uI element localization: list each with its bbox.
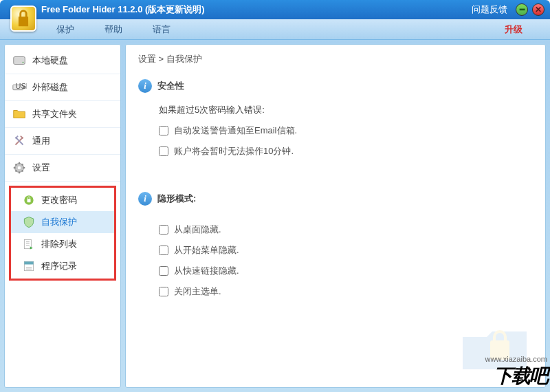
- main-area: 本地硬盘 USB 外部磁盘 共享文件夹 通用 设置: [0, 40, 550, 392]
- watermark-logo: 下载吧: [485, 363, 547, 389]
- checkbox-hide-desktop[interactable]: 从桌面隐藏.: [159, 224, 533, 236]
- minimize-button[interactable]: ━: [516, 3, 528, 16]
- checkbox-label: 关闭主选单.: [174, 285, 221, 298]
- upgrade-link[interactable]: 升级: [505, 23, 522, 36]
- shield-icon: [22, 215, 36, 229]
- sidebar-item-local-disk[interactable]: 本地硬盘: [5, 47, 120, 74]
- sub-item-label: 自我保护: [41, 216, 77, 228]
- checkbox-label: 自动发送警告通知至Email信箱.: [174, 124, 297, 137]
- sub-item-label: 更改密码: [41, 194, 77, 206]
- breadcrumb: 设置 > 自我保护: [138, 53, 533, 65]
- sidebar-item-label: 本地硬盘: [32, 54, 68, 67]
- content-panel: 设置 > 自我保护 i 安全性 如果超过5次密码输入错误: 自动发送警告通知至E…: [125, 44, 546, 388]
- watermark: www.xiazaiba.com 下载吧: [485, 355, 547, 389]
- checkbox-hide-startmenu[interactable]: 从开始菜单隐藏.: [159, 244, 533, 257]
- svg-point-1: [23, 62, 24, 63]
- list-arrow-icon: [22, 237, 36, 251]
- sidebar-item-external-disk[interactable]: USB 外部磁盘: [5, 74, 120, 101]
- watermark-url: www.xiazaiba.com: [485, 355, 547, 363]
- menu-help[interactable]: 帮助: [91, 21, 136, 39]
- titlebar: Free Folder Hider 11.2.0 (版本更新说明) 问题反馈 ━…: [0, 0, 550, 19]
- app-lock-icon: [10, 6, 36, 32]
- sidebar-item-shared-folder[interactable]: 共享文件夹: [5, 101, 120, 128]
- lock-key-icon: [22, 193, 36, 207]
- usb-disk-icon: USB: [12, 80, 27, 95]
- sidebar-item-settings[interactable]: 设置: [5, 155, 120, 182]
- sub-item-label: 排除列表: [41, 238, 77, 250]
- hard-disk-icon: [12, 53, 27, 68]
- window-title: Free Folder Hider 11.2.0 (版本更新说明): [41, 3, 205, 16]
- folder-share-icon: [12, 107, 27, 122]
- menu-language[interactable]: 语言: [139, 21, 184, 39]
- svg-point-6: [18, 166, 21, 170]
- sidebar-item-label: 共享文件夹: [32, 108, 77, 120]
- sidebar-item-label: 外部磁盘: [32, 81, 68, 94]
- info-icon: i: [138, 192, 152, 206]
- stealth-section-header: i 隐形模式:: [138, 192, 533, 206]
- checkbox-input[interactable]: [159, 146, 168, 156]
- security-desc: 如果超过5次密码输入错误:: [159, 104, 533, 116]
- close-button[interactable]: ✕: [532, 3, 544, 16]
- sub-item-self-protect[interactable]: 自我保护: [11, 211, 114, 233]
- sidebar: 本地硬盘 USB 外部磁盘 共享文件夹 通用 设置: [4, 44, 121, 388]
- log-icon: [22, 259, 36, 273]
- checkbox-label: 从开始菜单隐藏.: [174, 244, 239, 257]
- checkbox-lock-account[interactable]: 账户将会暂时无法操作10分钟.: [159, 145, 533, 157]
- info-icon: i: [138, 79, 152, 93]
- svg-rect-11: [24, 261, 33, 264]
- checkbox-label: 账户将会暂时无法操作10分钟.: [174, 145, 294, 157]
- checkbox-label: 从桌面隐藏.: [174, 224, 221, 236]
- gear-icon: [12, 160, 27, 175]
- checkbox-input[interactable]: [159, 287, 168, 296]
- settings-subsection-highlight: 更改密码 自我保护 排除列表 程序记录: [9, 186, 116, 281]
- sub-item-change-password[interactable]: 更改密码: [11, 189, 114, 211]
- checkbox-label: 从快速链接隐藏.: [174, 265, 239, 277]
- svg-rect-8: [28, 199, 31, 202]
- feedback-link[interactable]: 问题反馈: [472, 3, 507, 16]
- sidebar-item-general[interactable]: 通用: [5, 128, 120, 155]
- sidebar-item-label: 设置: [32, 162, 50, 174]
- svg-rect-0: [14, 57, 25, 65]
- checkbox-hide-quicklink[interactable]: 从快速链接隐藏.: [159, 265, 533, 277]
- sidebar-item-label: 通用: [32, 135, 50, 147]
- sub-item-label: 程序记录: [41, 260, 77, 272]
- checkbox-email-warn[interactable]: 自动发送警告通知至Email信箱.: [159, 124, 533, 137]
- checkbox-input[interactable]: [159, 266, 168, 276]
- checkbox-close-mainmenu[interactable]: 关闭主选单.: [159, 285, 533, 298]
- checkbox-input[interactable]: [159, 225, 168, 235]
- menubar: 保护 帮助 语言 升级: [0, 19, 550, 40]
- svg-text:USB: USB: [16, 82, 28, 90]
- section-title: 安全性: [157, 80, 184, 92]
- tools-icon: [12, 133, 27, 149]
- checkbox-input[interactable]: [159, 246, 168, 255]
- security-section-header: i 安全性: [138, 79, 533, 93]
- section-title: 隐形模式:: [157, 193, 196, 205]
- sub-item-exclude-list[interactable]: 排除列表: [11, 233, 114, 255]
- menu-protect[interactable]: 保护: [43, 21, 88, 39]
- checkbox-input[interactable]: [159, 126, 168, 135]
- sub-item-program-log[interactable]: 程序记录: [11, 255, 114, 277]
